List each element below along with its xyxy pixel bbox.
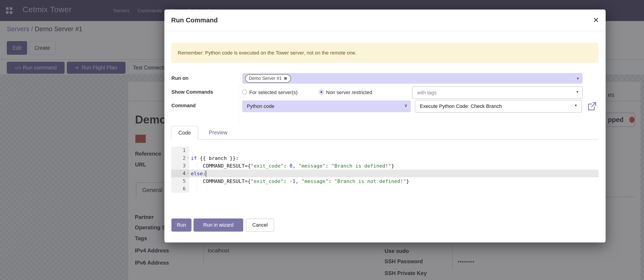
tag-remove-icon[interactable]: ✖: [284, 76, 287, 81]
external-link-icon[interactable]: [588, 102, 596, 111]
select-chevron-icon: ∨: [404, 103, 408, 108]
run-command-dialog: Run Command ✕ Remember: Python code is e…: [164, 10, 606, 242]
line-number: 3: [171, 162, 189, 170]
code-editor[interactable]: 12▾if {{ branch }}:3 COMMAND_RESULT={"ex…: [171, 147, 598, 193]
fold-caret-icon[interactable]: ▾: [188, 172, 189, 175]
code-text: [189, 147, 598, 154]
code-text: [189, 185, 598, 193]
radio-for-selected-servers-label[interactable]: For selected server(s): [249, 90, 298, 95]
line-number: 4▾: [171, 170, 189, 177]
run-button[interactable]: Run: [172, 218, 192, 232]
code-text: COMMAND_RESULT={"exit_code": -1, "messag…: [189, 177, 598, 185]
line-number: 6: [171, 185, 189, 193]
with-tags-input[interactable]: with tags: [412, 86, 582, 99]
server-tag: Demo Server #1 ✖: [245, 74, 291, 83]
dropdown-caret-icon[interactable]: ▼: [576, 90, 579, 94]
radio-non-server-restricted[interactable]: [319, 90, 324, 94]
run-in-wizard-button[interactable]: Run in wizard: [194, 218, 243, 232]
dialog-header: Run Command ✕: [164, 10, 606, 31]
close-icon[interactable]: ✕: [593, 17, 599, 24]
tab-code[interactable]: Code: [171, 126, 198, 139]
line-number: 1: [171, 147, 189, 154]
radio-non-server-restricted-label[interactable]: Non server restricted: [326, 90, 372, 95]
line-number: 2▾: [171, 154, 189, 162]
dropdown-caret-icon[interactable]: ▼: [576, 77, 580, 80]
code-line-2[interactable]: 2▾if {{ branch }}:: [171, 154, 598, 162]
command-select[interactable]: Execute Python Code: Check Branch: [415, 100, 582, 113]
text-cursor: [206, 171, 206, 177]
command-type-select[interactable]: Python code: [242, 100, 411, 112]
dialog-title: Run Command: [171, 17, 218, 24]
line-number: 5: [171, 177, 189, 185]
fold-caret-icon[interactable]: ▾: [188, 156, 189, 160]
code-line-1[interactable]: 1: [171, 147, 598, 154]
indent-guide: [207, 185, 207, 193]
cancel-button[interactable]: Cancel: [246, 218, 274, 232]
code-line-4[interactable]: 4▾else:: [171, 170, 598, 177]
code-line-6[interactable]: 6: [171, 185, 598, 193]
run-on-field[interactable]: Demo Server #1 ✖: [242, 73, 582, 84]
python-warning-banner: Remember: Python code is executed on the…: [172, 43, 598, 63]
radio-for-selected-servers[interactable]: [242, 90, 247, 94]
code-line-3[interactable]: 3 COMMAND_RESULT={"exit_code": 0, "messa…: [171, 162, 598, 170]
code-line-5[interactable]: 5 COMMAND_RESULT={"exit_code": -1, "mess…: [171, 177, 598, 185]
code-text: if {{ branch }}:: [189, 154, 598, 162]
command-label: Command: [172, 103, 196, 108]
code-text: else:: [189, 170, 598, 177]
code-text: COMMAND_RESULT={"exit_code": 0, "message…: [189, 162, 598, 170]
run-on-label: Run on: [172, 75, 188, 81]
tab-preview[interactable]: Preview: [209, 126, 228, 139]
tabbar-border: [171, 139, 598, 139]
form-column-divider: [239, 83, 239, 124]
indent-guide: [197, 162, 197, 193]
dropdown-caret-icon[interactable]: ▼: [574, 104, 578, 107]
show-commands-label: Show Commands: [172, 89, 213, 95]
